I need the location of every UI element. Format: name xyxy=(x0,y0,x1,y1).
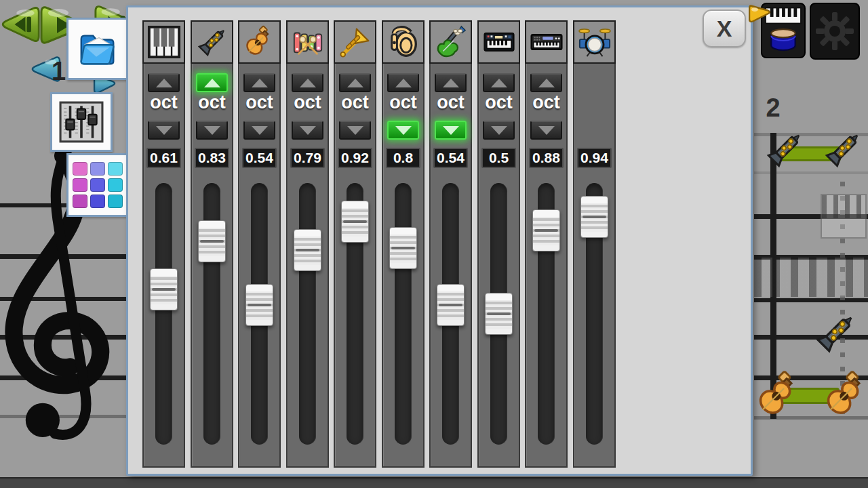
octave-up-button[interactable] xyxy=(292,73,323,92)
octave-up-button[interactable] xyxy=(243,73,275,92)
volume-slider-thumb[interactable] xyxy=(437,284,465,326)
octave-label: oct xyxy=(288,92,328,113)
clarinet-note-icon[interactable] xyxy=(812,310,859,357)
pad-cell xyxy=(108,162,123,176)
octave-up-button[interactable] xyxy=(435,73,467,92)
octave-up-button[interactable] xyxy=(483,73,515,92)
mixer-channel-3: oct0.54 xyxy=(238,20,281,468)
octave-label: oct xyxy=(192,92,232,113)
octave-down-button[interactable] xyxy=(292,121,323,140)
tab-pads[interactable] xyxy=(66,153,129,217)
measure-number: 2 xyxy=(760,94,787,123)
octave-label: oct xyxy=(335,92,375,113)
volume-value: 0.92 xyxy=(338,148,372,168)
triangle-up-icon xyxy=(443,79,459,87)
volume-slider-thumb[interactable] xyxy=(341,201,369,243)
octave-up-button[interactable] xyxy=(148,73,180,92)
volume-value: 0.94 xyxy=(577,148,612,168)
volume-slider-thumb[interactable] xyxy=(532,209,560,251)
volume-value: 0.5 xyxy=(481,148,516,168)
clarinet-note-icon[interactable] xyxy=(764,129,806,171)
skip-back-button[interactable] xyxy=(0,4,41,45)
thumb-grip-line xyxy=(296,249,319,251)
octave-up-button[interactable] xyxy=(339,73,371,92)
drums-icon[interactable] xyxy=(573,20,616,64)
triangle-down-icon xyxy=(347,126,363,135)
volume-slider-track[interactable] xyxy=(299,183,316,445)
thumb-grip-line xyxy=(583,216,606,218)
octave-down-button[interactable] xyxy=(339,121,371,140)
keyboard-icon[interactable] xyxy=(477,20,520,64)
triangle-down-icon xyxy=(204,126,220,135)
octave-down-button[interactable] xyxy=(196,121,228,140)
volume-slider-thumb[interactable] xyxy=(245,284,273,326)
synthesizer-icon[interactable] xyxy=(525,20,568,64)
triangle-up-icon xyxy=(252,79,268,87)
pad-cell xyxy=(108,178,123,192)
tab-files[interactable] xyxy=(66,18,129,80)
octave-up-button[interactable] xyxy=(387,73,419,92)
thumb-grip-line xyxy=(248,304,271,306)
volume-slider-thumb[interactable] xyxy=(580,196,608,238)
clarinet-note-icon[interactable] xyxy=(822,129,864,171)
folder-icon xyxy=(77,28,119,70)
mixer-channel-6: oct0.8 xyxy=(382,20,425,468)
guitar-note-icon[interactable] xyxy=(822,370,868,420)
thumb-grip-line xyxy=(534,229,558,232)
pad-cell xyxy=(90,178,105,192)
volume-value: 0.8 xyxy=(386,148,420,168)
triangle-up-icon xyxy=(395,79,412,87)
octave-label: oct xyxy=(383,92,423,113)
octave-label: oct xyxy=(144,92,184,113)
guitar-icon[interactable] xyxy=(238,20,281,64)
volume-slider-thumb[interactable] xyxy=(198,220,226,262)
octave-up-button[interactable] xyxy=(196,73,228,92)
pad-cell xyxy=(73,178,87,192)
mixer-channel-1: oct0.61 xyxy=(142,20,185,468)
close-button[interactable]: X xyxy=(703,9,746,47)
volume-slider-thumb[interactable] xyxy=(485,293,513,335)
volume-slider-thumb[interactable] xyxy=(294,229,321,271)
triangle-up-icon xyxy=(300,79,316,87)
electric-guitar-icon[interactable] xyxy=(429,20,472,64)
triangle-up-icon xyxy=(491,79,507,87)
mixer-channel-4: oct0.79 xyxy=(286,20,329,468)
octave-label: oct xyxy=(479,92,519,113)
trumpet-icon[interactable] xyxy=(334,20,376,64)
mixer-sliders-icon xyxy=(59,101,104,143)
triangle-down-icon xyxy=(491,126,507,135)
volume-value: 0.54 xyxy=(242,148,277,168)
thumb-grip-line xyxy=(439,304,462,306)
volume-slider-track[interactable] xyxy=(395,183,412,445)
mixer-channel-9: oct0.88 xyxy=(525,20,568,468)
octave-up-button[interactable] xyxy=(530,73,562,92)
mixer-channel-10: 0.94 xyxy=(573,20,616,468)
tab-mixer[interactable] xyxy=(50,92,113,152)
guitar-note-icon[interactable] xyxy=(754,370,804,420)
mixer-channel-8: oct0.5 xyxy=(477,20,520,468)
pads-grid-icon xyxy=(73,162,123,208)
octave-down-button[interactable] xyxy=(530,121,562,140)
app-screen: 2 xyxy=(0,0,868,488)
volume-value: 0.83 xyxy=(195,148,229,168)
octave-down-button[interactable] xyxy=(483,121,515,140)
octave-label: oct xyxy=(526,92,566,113)
volume-slider-thumb[interactable] xyxy=(389,227,417,269)
triangle-down-icon xyxy=(395,126,412,135)
octave-down-button[interactable] xyxy=(148,121,180,140)
clarinet-icon[interactable] xyxy=(191,20,233,64)
mixer-channel-5: oct0.92 xyxy=(334,20,376,468)
tuba-icon[interactable] xyxy=(382,20,425,64)
octave-down-button[interactable] xyxy=(435,121,467,140)
triangle-down-icon xyxy=(538,126,555,135)
xylophone-icon[interactable] xyxy=(286,20,329,64)
volume-slider-track[interactable] xyxy=(155,183,172,445)
gold-arrow-icon xyxy=(749,4,772,24)
settings-button[interactable] xyxy=(810,3,860,60)
thumb-grip-line xyxy=(343,220,367,223)
volume-slider-thumb[interactable] xyxy=(150,268,178,310)
piano-icon[interactable] xyxy=(142,20,185,64)
octave-down-button[interactable] xyxy=(387,121,419,140)
octave-down-button[interactable] xyxy=(243,121,275,140)
pad-cell xyxy=(73,162,87,176)
